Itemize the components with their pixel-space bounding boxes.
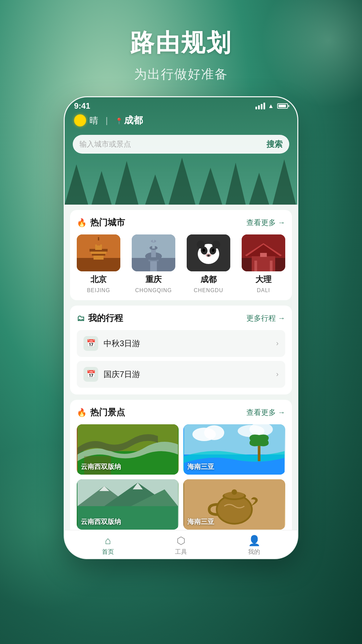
- city-name-chongqing: 重庆: [145, 274, 162, 285]
- city-item-beijing[interactable]: 北京 BEIJING: [77, 234, 120, 293]
- bottom-nav: ⌂ 首页 ⬡ 工具 👤 我的: [65, 530, 297, 559]
- svg-rect-54: [270, 261, 273, 271]
- svg-point-61: [204, 425, 224, 440]
- status-icons: ▲: [255, 103, 288, 110]
- hot-attractions-card: 🔥 热门景点 查看更多 → 云南西双版纳: [70, 400, 292, 530]
- attraction-fire-icon: 🔥: [77, 408, 87, 417]
- trip-icon: 🗂: [77, 314, 85, 323]
- nav-item-tools[interactable]: ⬡ 工具: [144, 535, 218, 556]
- attraction-item-3[interactable]: 云南西双版纳: [77, 479, 179, 530]
- svg-rect-19: [77, 258, 120, 271]
- page-header: 路由规划 为出行做好准备: [130, 27, 232, 83]
- trip-icon-box-1: 📅: [83, 336, 98, 351]
- me-icon: 👤: [248, 535, 260, 546]
- svg-rect-53: [254, 261, 257, 271]
- trip-item-national-day[interactable]: 📅 国庆7日游 ›: [77, 361, 285, 388]
- attraction-item-2[interactable]: 海南三亚: [183, 424, 285, 475]
- hot-cities-header: 🔥 热门城市 查看更多 →: [77, 217, 285, 228]
- battery-icon: [277, 103, 288, 109]
- city-item-dali[interactable]: 大理 DALI: [242, 234, 285, 293]
- attraction-label-4: 海南三亚: [187, 517, 214, 526]
- city-item-chongqing[interactable]: 重庆 CHONGQING: [132, 234, 175, 293]
- weather-condition: 晴: [89, 115, 98, 126]
- nav-label-me: 我的: [248, 548, 260, 556]
- nav-item-me[interactable]: 👤 我的: [218, 535, 291, 556]
- search-container: 输入城市或景点 搜索: [65, 130, 297, 154]
- svg-point-80: [232, 489, 237, 495]
- hot-cities-card: 🔥 热门城市 查看更多 →: [70, 210, 292, 300]
- city-image-chongqing: [132, 234, 175, 271]
- city-name-en-dali: DALI: [257, 287, 270, 293]
- attraction-label-2: 海南三亚: [187, 462, 214, 471]
- location-icon: 📍: [115, 117, 121, 123]
- status-time: 9:41: [74, 101, 90, 111]
- signal-icon: [255, 103, 265, 109]
- hot-cities-title: 🔥 热门城市: [77, 217, 125, 228]
- attraction-label-1: 云南西双版纳: [81, 462, 121, 471]
- city-name-en-chongqing: CHONGQING: [135, 287, 172, 293]
- svg-rect-29: [150, 260, 157, 271]
- chevron-icon-2: ›: [276, 370, 279, 379]
- my-trips-title: 🗂 我的行程: [77, 312, 123, 324]
- trip-name-2: 国庆7日游: [104, 369, 271, 380]
- weather-info: 晴 | 📍 成都: [74, 114, 143, 127]
- phone-header-bg: 9:41 ▲ 晴 | 📍: [65, 97, 297, 205]
- city-item-chengdu[interactable]: 成都 CHENGDU: [187, 234, 230, 293]
- city-name-dali: 大理: [255, 274, 272, 285]
- nav-item-home[interactable]: ⌂ 首页: [71, 535, 144, 556]
- svg-point-46: [207, 255, 210, 257]
- trip-item-mid-autumn[interactable]: 📅 中秋3日游 ›: [77, 330, 285, 357]
- attraction-item-4[interactable]: 海南三亚: [183, 479, 285, 530]
- hot-attractions-header: 🔥 热门景点 查看更多 →: [77, 407, 285, 418]
- city-name-en-chengdu: CHENGDU: [194, 287, 223, 293]
- page-subtitle: 为出行做好准备: [130, 66, 232, 83]
- svg-rect-26: [98, 237, 99, 240]
- city-grid: 北京 BEIJING: [77, 234, 285, 293]
- search-bar[interactable]: 输入城市或景点 搜索: [73, 135, 289, 154]
- my-trips-card: 🗂 我的行程 更多行程 → 📅 中秋3日游 › 📅 国庆7日游 ›: [70, 306, 292, 394]
- trip-name-1: 中秋3日游: [104, 338, 271, 349]
- attraction-label-3: 云南西双版纳: [81, 517, 121, 526]
- svg-point-44: [212, 240, 220, 249]
- hot-cities-more[interactable]: 查看更多 →: [246, 218, 285, 228]
- svg-point-43: [197, 240, 205, 249]
- city-name-beijing: 北京: [90, 274, 107, 285]
- tools-icon: ⬡: [177, 535, 185, 546]
- svg-rect-52: [260, 253, 267, 257]
- attractions-more[interactable]: 查看更多 →: [246, 408, 285, 418]
- status-bar: 9:41 ▲: [65, 97, 297, 111]
- divider: |: [106, 115, 108, 126]
- sun-icon: [74, 114, 86, 126]
- home-icon: ⌂: [105, 535, 111, 546]
- attraction-item-1[interactable]: 云南西双版纳: [77, 424, 179, 475]
- search-placeholder[interactable]: 输入城市或景点: [79, 139, 263, 149]
- my-trips-header: 🗂 我的行程 更多行程 →: [77, 312, 285, 324]
- phone-body: 🔥 热门城市 查看更多 →: [65, 205, 297, 530]
- trips-more[interactable]: 更多行程 →: [246, 313, 285, 323]
- fire-icon: 🔥: [77, 218, 87, 227]
- hot-attractions-title: 🔥 热门景点: [77, 407, 125, 418]
- city-image-chengdu: [187, 234, 230, 271]
- city-name-en-beijing: BEIJING: [87, 287, 110, 293]
- svg-point-42: [212, 249, 215, 252]
- trip-icon-box-2: 📅: [83, 367, 98, 382]
- city-name-chengdu: 成都: [200, 274, 217, 285]
- attractions-grid: 云南西双版纳: [77, 424, 285, 530]
- chevron-icon-1: ›: [276, 339, 279, 348]
- wifi-icon: ▲: [268, 103, 274, 110]
- location-info[interactable]: 📍 成都: [115, 114, 143, 127]
- nav-label-tools: 工具: [175, 548, 187, 556]
- nav-label-home: 首页: [102, 548, 114, 556]
- location-text: 成都: [124, 114, 143, 127]
- city-image-beijing: [77, 234, 120, 271]
- page-title: 路由规划: [130, 27, 232, 59]
- svg-point-41: [202, 249, 205, 252]
- weather-bar: 晴 | 📍 成都: [65, 111, 297, 130]
- city-image-dali: [242, 234, 285, 271]
- phone-frame: 9:41 ▲ 晴 | 📍: [64, 96, 298, 559]
- search-button[interactable]: 搜索: [266, 139, 283, 150]
- svg-rect-36: [153, 237, 154, 242]
